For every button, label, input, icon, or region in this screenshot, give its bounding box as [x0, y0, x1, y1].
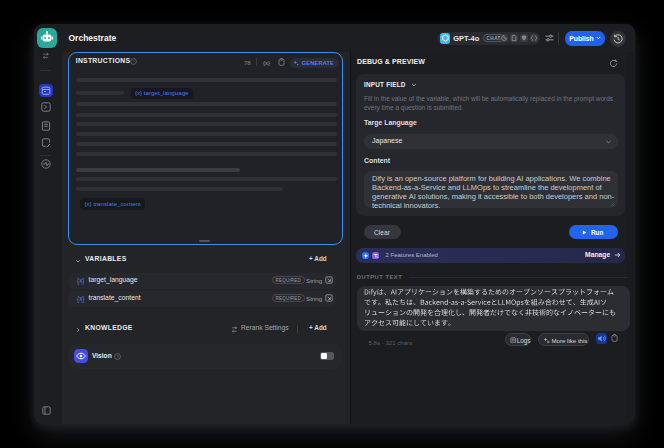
svg-text:?: ?	[116, 354, 119, 359]
svg-text:?: ?	[132, 59, 135, 64]
